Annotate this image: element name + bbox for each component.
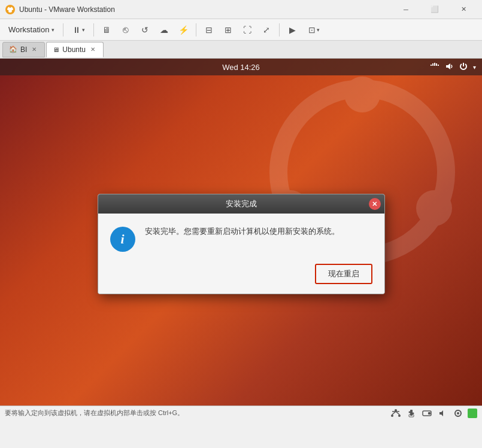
svg-point-24 (413, 412, 414, 414)
fit-vm-button[interactable]: ⊟ (200, 22, 218, 38)
ubuntu-desktop[interactable]: Wed 14:26 (0, 59, 482, 406)
snapshot-icon: ⎋ (123, 25, 129, 35)
suspend-button[interactable]: ☁ (155, 22, 173, 38)
console-icon: ▶ (289, 25, 296, 35)
status-bar: 要将输入定向到该虚拟机，请在虚拟机内部单击或按 Ctrl+G。 (0, 406, 482, 420)
restore-button[interactable]: ⬜ (421, 0, 448, 19)
app-icon (5, 4, 16, 15)
tab-home-icon: 🏠 (9, 45, 17, 53)
status-usb-icon (405, 407, 417, 419)
status-hdd-icon (421, 407, 433, 419)
tab-home-label: BI (20, 45, 27, 54)
dialog-close-button[interactable]: ✕ (369, 198, 381, 210)
tab-ubuntu-label: Ubuntu (62, 45, 86, 54)
workstation-label: Workstation (8, 25, 49, 34)
view-dropdown-arrow: ▾ (317, 27, 320, 33)
dialog-message: 安装完毕。您需要重新启动计算机以使用新安装的系统。 (145, 225, 372, 237)
window-controls: ─ ⬜ ✕ (392, 0, 477, 19)
dialog-buttons: 现在重启 (110, 264, 372, 284)
window-title: Ubuntu - VMware Workstation (19, 5, 392, 14)
pause-icon: ⏸ (72, 25, 81, 35)
view-icon: ⊡ (308, 25, 316, 35)
status-green-indicator (468, 409, 477, 418)
fit-window-button[interactable]: ⊞ (219, 22, 237, 38)
status-settings-icon (452, 407, 464, 419)
title-bar: Ubuntu - VMware Workstation ─ ⬜ ✕ (0, 0, 482, 19)
connect-icon: 🖥 (102, 25, 111, 35)
dialog-content: i 安装完毕。您需要重新启动计算机以使用新安装的系统。 (110, 225, 372, 252)
tab-ubuntu-close[interactable]: ✕ (89, 45, 97, 54)
restart-now-button[interactable]: 现在重启 (315, 264, 372, 284)
dialog-body: i 安装完毕。您需要重新启动计算机以使用新安装的系统。 现在重启 (98, 214, 384, 294)
fit-window-icon: ⊞ (225, 25, 232, 35)
dialog-info-icon: i (110, 227, 135, 252)
dialog-titlebar: 安装完成 ✕ (98, 194, 384, 214)
status-icons (390, 407, 477, 419)
fit-vm-icon: ⊟ (205, 25, 213, 35)
fullscreen-btn1[interactable]: ⛶ (238, 22, 256, 38)
minimize-button[interactable]: ─ (392, 0, 420, 19)
snapshot-button[interactable]: ⎋ (117, 22, 135, 38)
dialog-overlay: 安装完成 ✕ i 安装完毕。您需要重新启动计算机以使用新安装的系统。 现在重启 (0, 59, 482, 406)
tab-ubuntu-icon: 🖥 (53, 46, 59, 53)
dialog-title: 安装完成 (226, 199, 257, 209)
status-network-icon (390, 407, 402, 419)
power-icon: ⚡ (178, 25, 189, 35)
toolbar-separator-4 (279, 23, 280, 36)
connect-button[interactable]: 🖥 (98, 22, 116, 38)
workstation-dropdown-arrow: ▾ (51, 27, 54, 33)
pause-button[interactable]: ⏸ ▾ (67, 22, 90, 38)
revert-button[interactable]: ↺ (136, 22, 154, 38)
toolbar-separator-1 (63, 23, 63, 36)
status-text: 要将输入定向到该虚拟机，请在虚拟机内部单击或按 Ctrl+G。 (5, 409, 390, 417)
view-button[interactable]: ⊡ ▾ (302, 22, 325, 38)
revert-icon: ↺ (141, 25, 148, 35)
svg-point-23 (409, 411, 411, 413)
close-button[interactable]: ✕ (450, 0, 477, 19)
svg-point-3 (12, 10, 14, 12)
power-button[interactable]: ⚡ (174, 22, 192, 38)
status-sound-icon (436, 407, 448, 419)
svg-point-28 (457, 412, 459, 415)
suspend-icon: ☁ (160, 25, 168, 35)
installation-complete-dialog: 安装完成 ✕ i 安装完毕。您需要重新启动计算机以使用新安装的系统。 现在重启 (98, 194, 385, 294)
fullscreen-btn2[interactable]: ⤢ (257, 22, 275, 38)
tab-bar: 🏠 BI ✕ 🖥 Ubuntu ✕ (0, 41, 482, 59)
svg-point-4 (6, 10, 8, 12)
fullscreen-icon2: ⤢ (263, 25, 270, 35)
toolbar-separator-3 (196, 23, 196, 36)
toolbar-separator-2 (93, 23, 94, 36)
pause-dropdown-arrow: ▾ (82, 27, 85, 33)
svg-marker-27 (439, 410, 443, 416)
toolbar: Workstation ▾ ⏸ ▾ 🖥 ⎋ ↺ ☁ ⚡ ⊟ ⊞ ⛶ ⤢ ▶ ⊡ … (0, 19, 482, 41)
workstation-menu-button[interactable]: Workstation ▾ (4, 23, 59, 36)
svg-point-16 (391, 415, 393, 417)
svg-point-2 (9, 5, 11, 8)
tab-ubuntu[interactable]: 🖥 Ubuntu ✕ (46, 42, 104, 57)
svg-point-17 (398, 415, 401, 417)
tab-home[interactable]: 🏠 BI ✕ (2, 42, 45, 57)
vm-display[interactable]: Wed 14:26 (0, 59, 482, 406)
tab-home-close[interactable]: ✕ (30, 45, 38, 54)
svg-point-26 (429, 412, 431, 414)
fullscreen-icon1: ⛶ (243, 25, 251, 35)
console-button[interactable]: ▶ (283, 22, 301, 38)
